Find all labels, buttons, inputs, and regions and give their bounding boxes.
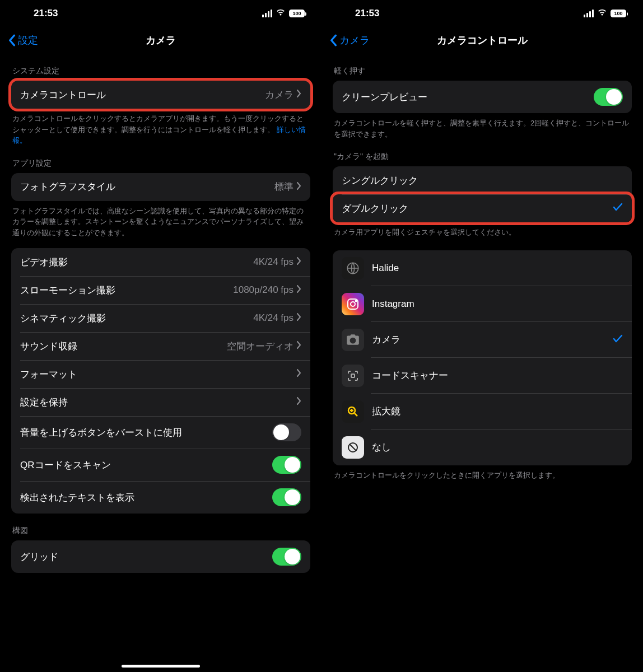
clean-preview-group: クリーンプレビュー <box>333 81 632 113</box>
home-indicator[interactable] <box>122 665 200 668</box>
single-click-row[interactable]: シングルクリック <box>333 166 632 194</box>
clean-preview-row: クリーンプレビュー <box>333 81 632 113</box>
slomo-row[interactable]: スローモーション撮影 1080p/240 fps <box>11 276 310 304</box>
chevron-right-icon <box>297 368 301 380</box>
camera-control-row[interactable]: カメラコントロール カメラ <box>11 81 310 109</box>
row-label: フォトグラフスタイル <box>20 180 115 193</box>
photo-style-footer: フォトグラフスタイルでは、高度なシーン認識を使用して、写真内の異なる部分の特定の… <box>0 201 322 239</box>
status-indicators: 100 <box>262 8 305 19</box>
app-picker-group: Halide Instagram カメラ コードスキャナー 拡大鏡 なし <box>333 250 632 465</box>
chevron-right-icon <box>297 396 301 408</box>
cellular-icon <box>584 10 594 17</box>
svg-point-2 <box>351 302 355 306</box>
section-header-system: システム設定 <box>0 54 322 81</box>
app-none-row[interactable]: なし <box>333 430 632 465</box>
apps-footer: カメラコントロールをクリックしたときに開くアプリを選択します。 <box>322 465 643 481</box>
status-indicators: 100 <box>584 8 626 19</box>
status-time: 21:53 <box>34 8 58 19</box>
video-row[interactable]: ビデオ撮影 4K/24 fps <box>11 248 310 276</box>
camera-control-footer: カメラコントロールをクリックするとカメラアプリが開きます。もう一度クリックすると… <box>0 109 322 146</box>
checkmark-icon <box>613 334 623 346</box>
row-value: 標準 <box>274 180 301 193</box>
page-title: カメラ <box>0 34 322 47</box>
status-bar: 21:53 100 <box>322 0 643 24</box>
none-icon <box>342 436 364 459</box>
app-instagram-row[interactable]: Instagram <box>333 286 632 322</box>
svg-point-3 <box>356 300 357 301</box>
qr-row: QRコードをスキャン <box>11 449 310 481</box>
photo-style-row[interactable]: フォトグラフスタイル 標準 <box>11 173 310 201</box>
camera-icon <box>342 329 364 351</box>
clean-preview-footer: カメラコントロールを軽く押すと、調整を素早く行えます。2回軽く押すと、コントロー… <box>322 113 643 139</box>
magnifier-icon <box>342 400 364 423</box>
qr-toggle[interactable] <box>272 456 301 474</box>
instagram-icon <box>342 293 364 315</box>
chevron-right-icon <box>297 284 301 296</box>
chevron-right-icon <box>297 89 301 100</box>
row-value: カメラ <box>265 88 301 101</box>
app-camera-row[interactable]: カメラ <box>333 322 632 358</box>
status-time: 21:53 <box>355 8 379 19</box>
app-halide-row[interactable]: Halide <box>333 250 632 286</box>
app-magnifier-row[interactable]: 拡大鏡 <box>333 394 632 430</box>
back-button[interactable]: カメラ <box>329 34 370 47</box>
wifi-icon <box>597 8 607 19</box>
wifi-icon <box>276 8 286 19</box>
chevron-right-icon <box>297 181 301 193</box>
nav-bar: 設定 カメラ <box>0 27 322 54</box>
battery-icon: 100 <box>289 10 305 17</box>
row-label: カメラコントロール <box>20 88 106 101</box>
page-title: カメラコントロール <box>322 34 643 47</box>
chevron-left-icon <box>329 34 337 46</box>
recording-group: ビデオ撮影 4K/24 fps スローモーション撮影 1080p/240 fps… <box>11 248 310 514</box>
chevron-right-icon <box>297 312 301 324</box>
composition-group: グリッド <box>11 540 310 573</box>
grid-row: グリッド <box>11 540 310 573</box>
left-screenshot: 21:53 100 設定 カメラ システム設定 カメラコントロール カメラ <box>0 0 322 672</box>
chevron-right-icon <box>297 340 301 352</box>
photo-style-group: フォトグラフスタイル 標準 <box>11 173 310 201</box>
camera-control-group: カメラコントロール カメラ <box>11 81 310 109</box>
status-bar: 21:53 100 <box>0 0 322 24</box>
cinematic-row[interactable]: シネマティック撮影 4K/24 fps <box>11 304 310 332</box>
chevron-left-icon <box>8 34 16 46</box>
checkmark-icon <box>613 202 623 214</box>
clean-preview-toggle[interactable] <box>594 88 623 106</box>
cellular-icon <box>262 10 272 17</box>
right-screenshot: 21:53 100 カメラ カメラコントロール 軽く押す クリーンプレビュー カ… <box>322 0 643 672</box>
battery-icon: 100 <box>611 10 626 17</box>
sound-row[interactable]: サウンド収録 空間オーディオ <box>11 332 310 360</box>
preserve-row[interactable]: 設定を保持 <box>11 388 310 416</box>
section-header-light-press: 軽く押す <box>322 54 643 81</box>
volume-burst-toggle[interactable] <box>272 423 301 441</box>
app-scanner-row[interactable]: コードスキャナー <box>333 358 632 394</box>
click-options-group: シングルクリック ダブルクリック <box>333 166 632 222</box>
format-row[interactable]: フォーマット <box>11 360 310 388</box>
volume-burst-row: 音量を上げるボタンをバーストに使用 <box>11 416 310 449</box>
halide-icon <box>342 257 364 279</box>
nav-bar: カメラ カメラコントロール <box>322 27 643 54</box>
grid-toggle[interactable] <box>272 548 301 566</box>
qr-scanner-icon <box>342 365 364 387</box>
text-detect-toggle[interactable] <box>272 488 301 506</box>
launch-footer: カメラ用アプリを開くジェスチャを選択してください。 <box>322 222 643 238</box>
svg-rect-4 <box>351 374 355 377</box>
section-header-composition: 構図 <box>0 514 322 540</box>
section-header-launch: "カメラ" を起動 <box>322 139 643 166</box>
back-label: カメラ <box>339 34 370 47</box>
back-label: 設定 <box>18 34 38 47</box>
section-header-app: アプリ設定 <box>0 146 322 173</box>
chevron-right-icon <box>297 256 301 268</box>
back-button[interactable]: 設定 <box>8 34 38 47</box>
double-click-row[interactable]: ダブルクリック <box>333 194 632 222</box>
text-detect-row: 検出されたテキストを表示 <box>11 481 310 514</box>
